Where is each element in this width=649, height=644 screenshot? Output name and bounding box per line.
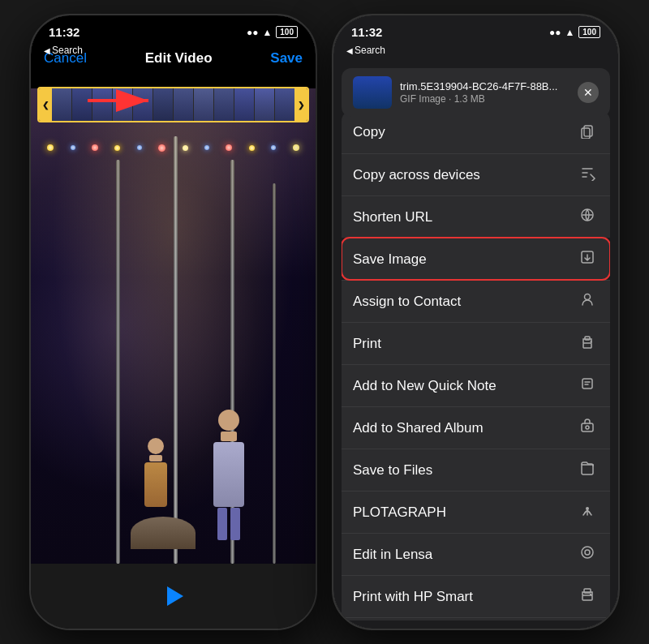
menu-item-plotagraph[interactable]: PLOTAGRAPH: [342, 491, 610, 533]
menu-label-shorten-url: Shorten URL: [353, 209, 432, 225]
battery-icon: 100: [276, 26, 298, 38]
svg-rect-20: [582, 595, 592, 600]
menu-label-hp-smart: Print with HP Smart: [353, 589, 473, 605]
menu-item-lensa[interactable]: Edit in Lensa: [342, 533, 610, 575]
frame-9: [214, 88, 234, 121]
share-filename: trim.5E319904-BC26-4F7F-88B...: [400, 80, 569, 92]
share-thumbnail: [353, 76, 392, 109]
wifi-icon: ▲: [262, 27, 272, 38]
share-menu-list: CopyCopy across devicesShorten URLSave I…: [342, 111, 610, 620]
menu-item-hp-smart[interactable]: Print with HP Smart: [342, 575, 610, 617]
frame-10: [234, 88, 254, 121]
shared-album-icon: [576, 418, 599, 438]
save-button[interactable]: Save: [270, 50, 303, 67]
frame-7: [174, 88, 193, 121]
video-container: [31, 88, 316, 564]
lensa-icon: [576, 544, 599, 565]
bottom-controls: [31, 564, 316, 629]
menu-label-save-files: Save to Files: [353, 462, 432, 479]
menu-label-copy: Copy: [353, 124, 385, 140]
menu-item-copy-across[interactable]: Copy across devices: [342, 153, 610, 195]
right-wifi-icon: ▲: [565, 27, 574, 38]
svg-point-13: [591, 341, 592, 342]
svg-rect-15: [582, 423, 593, 431]
adult-figure: [213, 410, 244, 540]
edit-video-title: Edit Video: [145, 50, 213, 67]
timeline-strip[interactable]: ❮ ❯: [37, 87, 309, 122]
frame-11: [255, 88, 274, 121]
menu-item-save-image[interactable]: Save Image: [342, 238, 610, 280]
print-icon: [576, 333, 599, 354]
frame-8: [194, 88, 213, 121]
svg-point-18: [582, 547, 593, 558]
svg-rect-3: [582, 128, 590, 139]
svg-rect-14: [582, 379, 592, 389]
left-phone: 11:32 ●● ▲ 100 Cancel Edit Video Save ◀ …: [29, 14, 317, 630]
play-button[interactable]: [157, 580, 190, 612]
share-close-button[interactable]: ✕: [578, 82, 599, 103]
video-bg: [31, 88, 316, 564]
frame-12: [275, 88, 294, 121]
right-battery-icon: 100: [578, 26, 600, 38]
menu-item-assign-contact[interactable]: Assign to Contact: [342, 280, 610, 322]
play-icon: [167, 586, 183, 606]
menu-label-assign-contact: Assign to Contact: [353, 294, 461, 310]
left-status-bar: 11:32 ●● ▲ 100: [31, 15, 316, 42]
plotagraph-icon: [576, 502, 599, 522]
svg-rect-11: [583, 343, 591, 348]
menu-item-save-files[interactable]: Save to Files: [342, 449, 610, 491]
child-figure: [144, 438, 167, 507]
timeline-handle-left[interactable]: ❮: [39, 88, 52, 121]
timeline-handle-right[interactable]: ❯: [294, 88, 307, 121]
frame-1: [52, 88, 71, 121]
right-phone: 11:32 ●● ▲ 100 ◀ Search trim.5E319904-BC…: [332, 14, 620, 630]
menu-label-shared-album: Add to Shared Album: [353, 420, 484, 436]
signal-icon: ●●: [247, 27, 259, 38]
menu-item-copy[interactable]: Copy: [342, 111, 610, 153]
menu-label-copy-across: Copy across devices: [353, 167, 480, 183]
menu-item-shorten-url[interactable]: Shorten URL: [342, 195, 610, 238]
right-status-bar: 11:32 ●● ▲ 100: [333, 15, 618, 42]
right-time: 11:32: [351, 25, 382, 39]
menu-item-prisma[interactable]: Edit with Prisma: [342, 617, 610, 620]
share-filesize: GIF Image · 1.3 MB: [400, 93, 569, 105]
left-time: 11:32: [49, 25, 80, 39]
svg-rect-12: [585, 337, 590, 340]
copy-icon: [576, 122, 599, 143]
menu-label-plotagraph: PLOTAGRAPH: [353, 504, 446, 521]
svg-point-19: [585, 550, 590, 555]
menu-item-shared-album[interactable]: Add to Shared Album: [342, 406, 610, 449]
svg-rect-22: [590, 594, 591, 595]
share-info: trim.5E319904-BC26-4F7F-88B... GIF Image…: [400, 80, 569, 105]
menu-label-print: Print: [353, 336, 381, 352]
svg-rect-21: [584, 589, 591, 593]
right-back-search[interactable]: ◀ Search: [346, 45, 385, 56]
svg-point-16: [586, 426, 589, 429]
share-header: trim.5E319904-BC26-4F7F-88B... GIF Image…: [342, 68, 610, 117]
right-status-icons: ●● ▲ 100: [549, 26, 600, 38]
save-files-icon: [576, 460, 599, 480]
red-arrow: [80, 88, 161, 116]
assign-contact-icon: [576, 291, 599, 311]
right-signal-icon: ●●: [549, 27, 561, 38]
svg-point-10: [585, 294, 591, 300]
hp-smart-icon: [576, 586, 599, 607]
menu-item-quick-note[interactable]: Add to New Quick Note: [342, 364, 610, 406]
shorten-url-icon: [576, 207, 599, 227]
menu-item-print[interactable]: Print: [342, 322, 610, 364]
save-image-icon: [576, 249, 599, 269]
left-status-icons: ●● ▲ 100: [247, 26, 298, 38]
menu-label-lensa: Edit in Lensa: [353, 547, 432, 563]
menu-label-quick-note: Add to New Quick Note: [353, 378, 496, 394]
horse: [131, 517, 196, 549]
back-search[interactable]: ◀ Search: [44, 45, 83, 56]
menu-label-save-image: Save Image: [353, 251, 427, 268]
copy-across-icon: [576, 165, 599, 185]
quick-note-icon: [576, 376, 599, 396]
